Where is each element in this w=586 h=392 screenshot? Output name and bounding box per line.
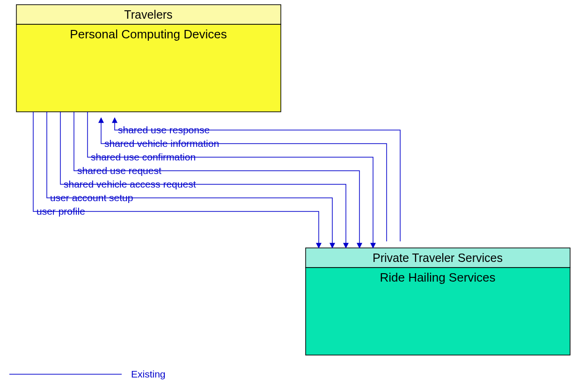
flow-label-shared-vehicle-information: shared vehicle information <box>104 138 219 149</box>
entity-private-body-label: Ride Hailing Services <box>380 270 495 284</box>
flow-label-shared-use-response: shared use response <box>118 124 210 135</box>
entity-travelers: Travelers Personal Computing Devices <box>16 5 281 112</box>
entity-travelers-header-label: Travelers <box>124 8 172 21</box>
flow-label-shared-use-request: shared use request <box>77 165 161 176</box>
flow-label-shared-use-confirmation: shared use confirmation <box>91 152 196 162</box>
flow-label-shared-vehicle-access-request: shared vehicle access request <box>64 179 196 189</box>
flow-label-user-account-setup: user account setup <box>50 192 133 203</box>
entity-private-header-label: Private Traveler Services <box>373 251 503 264</box>
legend: Existing <box>9 369 166 379</box>
entity-private-traveler-services: Private Traveler Services Ride Hailing S… <box>306 248 570 355</box>
flow-label-user-profile: user profile <box>37 206 85 217</box>
legend-existing-label: Existing <box>131 369 166 379</box>
entity-travelers-body-label: Personal Computing Devices <box>70 27 227 41</box>
